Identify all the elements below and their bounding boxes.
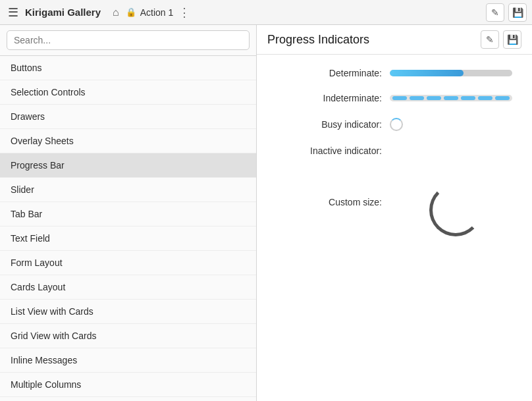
dash-6 [478, 96, 492, 100]
sidebar-item[interactable]: Text Field [0, 227, 256, 251]
home-icon[interactable]: ⌂ [110, 5, 122, 20]
search-bar [0, 25, 256, 56]
sidebar-item[interactable]: Grid View with Cards [0, 324, 256, 348]
determinate-track [390, 70, 512, 76]
content-header-icons: ✎ 💾 [481, 30, 521, 49]
dash-4 [444, 96, 458, 100]
content-save-button[interactable]: 💾 [503, 30, 521, 49]
sidebar: ButtonsSelection ControlsDrawersOverlay … [0, 25, 257, 401]
determinate-label: Determinate: [277, 68, 382, 78]
dash-2 [410, 96, 424, 100]
busy-row: Busy indicator: [277, 118, 512, 131]
indeterminate-label: Indeterminate: [277, 93, 382, 103]
sidebar-item[interactable]: Inline Messages [0, 348, 256, 373]
sidebar-item[interactable]: Progress Bar [0, 153, 256, 178]
content-panel: Progress Indicators ✎ 💾 Determinate: Ind… [257, 25, 532, 401]
content-header: Progress Indicators ✎ 💾 [257, 25, 532, 55]
edit-button[interactable]: ✎ [486, 3, 504, 22]
lock-icon: 🔒 [126, 7, 136, 17]
topbar: ☰ Kirigami Gallery ⌂ 🔒 Action 1 ⋮ ✎ 💾 [0, 0, 532, 25]
search-input[interactable] [7, 30, 250, 50]
sidebar-item[interactable]: Buttons [0, 56, 256, 80]
custom-spinner [429, 184, 482, 236]
content-body: Determinate: Indeterminate: [257, 55, 532, 401]
breadcrumb-label[interactable]: Action 1 [140, 7, 174, 18]
save-button[interactable]: 💾 [508, 3, 527, 22]
custom-size-row: Custom size: [277, 177, 512, 243]
sidebar-item[interactable]: Overlay Sheets [0, 129, 256, 153]
content-edit-button[interactable]: ✎ [481, 30, 499, 49]
indeterminate-dashes [390, 95, 512, 101]
determinate-fill [390, 70, 464, 76]
sidebar-item[interactable]: Selection Controls [0, 80, 256, 105]
content-title: Progress Indicators [267, 33, 369, 47]
sidebar-item[interactable]: Form Layout [0, 251, 256, 275]
sidebar-item[interactable]: Cards Layout [0, 275, 256, 300]
busy-label: Busy indicator: [277, 119, 382, 130]
sidebar-item[interactable]: Tab Bar [0, 202, 256, 227]
hamburger-icon[interactable]: ☰ [5, 4, 21, 21]
app-title: Kirigami Gallery [25, 7, 101, 18]
more-icon[interactable]: ⋮ [178, 5, 190, 20]
busy-spinner [390, 118, 403, 131]
custom-spinner-container [390, 177, 482, 243]
sidebar-item[interactable]: List View with Cards [0, 300, 256, 324]
dash-3 [427, 96, 441, 100]
sidebar-item[interactable]: Multiple Columns [0, 373, 256, 397]
topbar-actions: ✎ 💾 [486, 3, 527, 22]
inactive-label: Inactive indicator: [277, 146, 382, 156]
sidebar-item[interactable]: Misc. Widgets [0, 397, 256, 401]
dash-7 [495, 96, 510, 100]
indeterminate-track [390, 95, 512, 101]
breadcrumb: Action 1 [140, 7, 174, 18]
dash-5 [461, 96, 475, 100]
sidebar-list: ButtonsSelection ControlsDrawersOverlay … [0, 56, 256, 401]
dash-1 [392, 96, 407, 100]
sidebar-item[interactable]: Drawers [0, 105, 256, 129]
indeterminate-row: Indeterminate: [277, 93, 512, 103]
custom-size-label: Custom size: [277, 197, 382, 207]
main-container: ButtonsSelection ControlsDrawersOverlay … [0, 25, 532, 401]
inactive-row: Inactive indicator: [277, 146, 512, 156]
sidebar-item[interactable]: Slider [0, 178, 256, 202]
determinate-row: Determinate: [277, 68, 512, 78]
